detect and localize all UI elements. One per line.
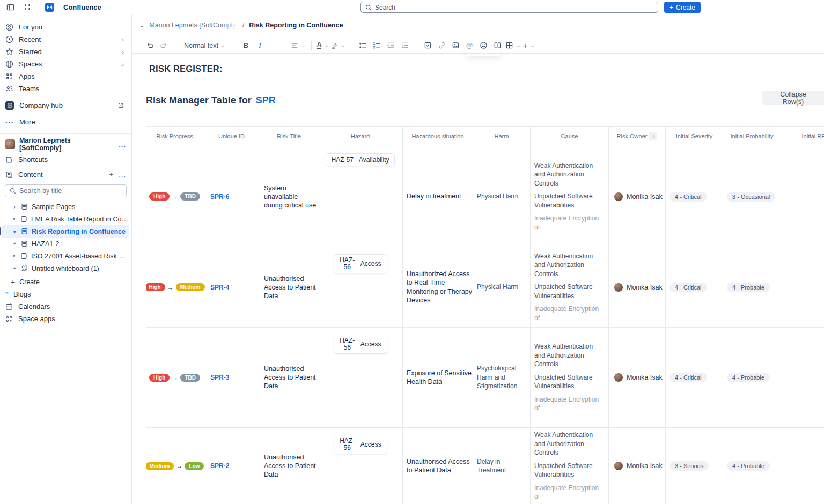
more-dots-icon: ··· (5, 118, 14, 126)
more-formatting-icon[interactable]: ··· (268, 40, 279, 51)
text-color-dropdown[interactable]: A⌄ (317, 40, 329, 51)
sidebar-item-for-you[interactable]: For you (0, 21, 131, 33)
progress-to-badge: TBD (180, 374, 200, 382)
sidebar-toggle-icon[interactable] (4, 1, 16, 13)
highlight-color-dropdown[interactable]: ⌄ (331, 40, 345, 51)
undo-icon[interactable] (144, 40, 156, 51)
cell-risk-owner: Monika Isak (609, 328, 666, 428)
confluence-logo-icon[interactable] (45, 3, 54, 12)
sidebar-create-button[interactable]: + Create (0, 276, 131, 288)
create-button[interactable]: + Create (664, 2, 701, 13)
outdent-icon[interactable] (385, 40, 396, 51)
cell-cause: Weak Authentication and Authorization Co… (531, 428, 609, 504)
people-icon (5, 85, 13, 93)
sidebar-item-space-apps[interactable]: Space apps (0, 313, 131, 325)
space-more-icon[interactable]: ... (119, 140, 126, 149)
column-header-harm[interactable]: Harm (473, 127, 531, 146)
column-header-hazardous-situation[interactable]: Hazardous situation (403, 127, 473, 146)
breadcrumb-space[interactable]: Marion Lepmets [SoftComply] (149, 21, 238, 29)
column-header-unique-id[interactable]: Unique ID (203, 127, 260, 146)
expand-chevron-icon[interactable]: › (12, 203, 17, 211)
cell-risk-owner: Monika Isak (609, 428, 666, 504)
hazard-card[interactable]: HAZ-56Access (334, 254, 387, 273)
redo-icon[interactable] (158, 40, 170, 51)
link-icon[interactable] (436, 40, 447, 51)
cell-unique-id: SPR-3 (203, 328, 260, 428)
sidebar-item-apps[interactable]: Apps (0, 70, 131, 83)
bold-button[interactable]: B (240, 40, 252, 51)
sidebar-item-company-hub[interactable]: Company hub (0, 99, 131, 112)
column-header-risk-title[interactable]: Risk Title (260, 127, 318, 146)
space-key-link[interactable]: SPR (256, 95, 276, 106)
sidebar-item-recent[interactable]: Recent › (0, 33, 131, 46)
content-more-icon[interactable]: ... (119, 171, 126, 179)
sidebar-item-blogs[interactable]: ‟ Blogs (0, 288, 131, 300)
alignment-dropdown[interactable]: ⌄ (291, 40, 305, 51)
column-header-initial-rpn[interactable]: Initial RPN (781, 127, 824, 146)
risk-link[interactable]: SPR-3 (210, 374, 229, 381)
cell-harm: Psychological Harm and Stigmatization (473, 328, 531, 428)
bullet-list-icon[interactable] (357, 40, 369, 51)
cell-hazardous-situation: Exposure of Sensitive Health Data (403, 328, 473, 428)
sidebar-item-more[interactable]: ··· More (0, 116, 131, 128)
hazard-card[interactable]: HAZ-57Availability (326, 153, 395, 166)
cell-hazard: HAZ-56Access (318, 247, 403, 328)
sidebar-item-starred[interactable]: Starred › (0, 46, 131, 58)
tree-item-sample-pages[interactable]: › Sample Pages (2, 201, 129, 213)
sidebar-item-content[interactable]: Content + ... (0, 168, 131, 181)
partially-visible-button[interactable]: P (820, 91, 824, 105)
title-search-input[interactable]: Search by title (5, 184, 127, 197)
collapse-rows-button[interactable]: Collapse Row(s) (762, 91, 824, 105)
column-header-cause[interactable]: Cause (531, 127, 609, 146)
svg-text:2: 2 (373, 46, 375, 49)
clock-icon (5, 35, 13, 43)
sidebar-item-calendars[interactable]: Calendars (0, 300, 131, 313)
sidebar-item-shortcuts[interactable]: Shortcuts (0, 153, 131, 166)
cell-hazard: HAZ-56Access (318, 328, 403, 428)
italic-button[interactable]: I (254, 40, 266, 51)
progress-from-badge: High (146, 283, 165, 291)
tree-item-iso27001[interactable]: • ISO 27001 Asset-based Risk Regis... (2, 250, 129, 262)
risk-link[interactable]: SPR-2 (210, 462, 229, 470)
tree-item-haza1-2[interactable]: • HAZA1-2 (2, 238, 129, 250)
breadcrumb-separator: / (242, 21, 244, 29)
risk-link[interactable]: SPR-6 (210, 193, 229, 201)
column-header-hazard[interactable]: Hazard (318, 127, 403, 146)
table-insert-dropdown[interactable]: ⌄ (505, 40, 520, 51)
numbered-list-icon[interactable]: 12 (371, 40, 382, 51)
column-header-initial-severity[interactable]: Initial Severity (666, 127, 723, 146)
cell-hazardous-situation: Delay in treatment (403, 146, 473, 247)
page-icon (21, 228, 28, 235)
content-add-icon[interactable]: + (109, 171, 114, 179)
sidebar: For you Recent › Starred › Spaces › Apps… (0, 14, 132, 504)
tree-item-untitled-whiteboard[interactable]: • Untitled whiteboard (1) (2, 262, 129, 275)
chevron-down-icon[interactable]: ⌄ (139, 22, 144, 29)
column-header-initial-probability[interactable]: Initial Probability (723, 127, 781, 146)
search-input[interactable]: Search (360, 2, 658, 13)
risk-link[interactable]: SPR-4 (210, 284, 229, 291)
tree-item-risk-reporting[interactable]: • Risk Reporting in Confluence (2, 225, 129, 238)
hazard-card[interactable]: HAZ-56Access (334, 335, 387, 354)
insert-more-dropdown[interactable]: +⌄ (523, 40, 535, 51)
main-content: ⌄ Marion Lepmets [SoftComply] / Risk Rep… (132, 14, 824, 504)
whiteboard-icon (21, 265, 28, 272)
sort-ascending-icon[interactable]: ↑ (649, 132, 657, 140)
image-icon[interactable] (450, 40, 461, 51)
page-icon (21, 203, 28, 210)
sidebar-item-spaces[interactable]: Spaces › (0, 58, 131, 70)
hazard-card[interactable]: HAZ-56Access (334, 435, 387, 454)
column-header-risk-progress[interactable]: Risk Progress (146, 127, 203, 146)
app-switcher-icon[interactable] (21, 1, 33, 13)
sidebar-item-teams[interactable]: Teams (0, 83, 131, 95)
table-title: Risk Manager Table forSPR (146, 95, 276, 106)
task-list-icon[interactable] (422, 40, 433, 51)
space-header[interactable]: Marion Lepmets [SoftComply] ... (0, 138, 131, 151)
probability-chip: 4 - Probable (727, 461, 770, 471)
arrow-right-icon: → (176, 462, 182, 470)
text-style-dropdown[interactable]: Normal text⌄ (181, 40, 229, 51)
tree-item-fmea[interactable]: • FMEA Risk Table Report in Conflue... (2, 213, 129, 225)
cell-risk-title: Unauthorised Access to Patient Data (260, 328, 318, 428)
breadcrumb-page[interactable]: Risk Reporting in Confluence (249, 21, 343, 29)
column-header-risk-owner[interactable]: Risk Owner↑ (609, 127, 666, 146)
indent-icon[interactable] (399, 40, 410, 51)
